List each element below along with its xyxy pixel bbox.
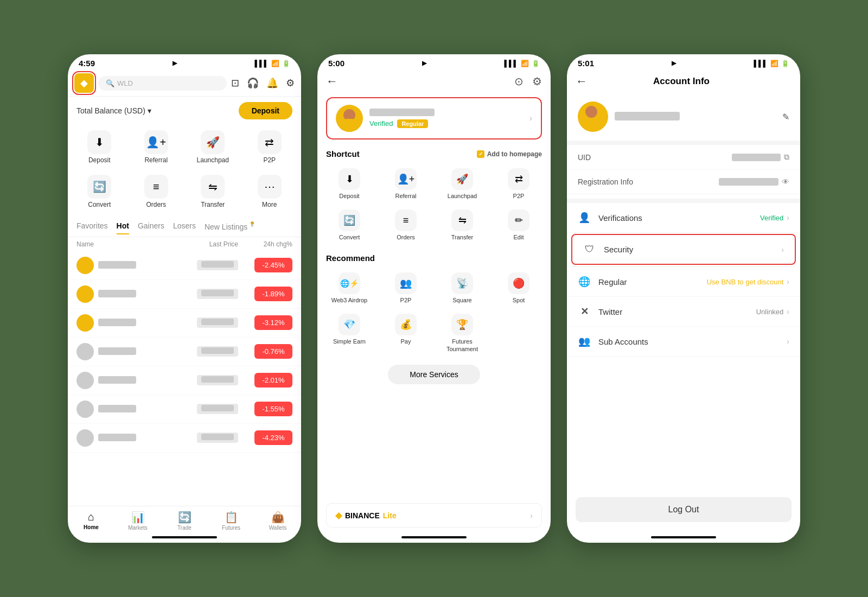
action-more[interactable]: ⋯ More: [242, 170, 297, 213]
shortcut-p2p[interactable]: ⇄ P2P: [491, 164, 546, 204]
action-orders[interactable]: ≡ Orders: [129, 170, 184, 213]
shortcut-deposit[interactable]: ⬇ Deposit: [322, 164, 377, 204]
uid-value: [732, 154, 781, 161]
verifications-value: Verified: [760, 214, 783, 222]
deposit-button[interactable]: Deposit: [239, 102, 292, 119]
status-time-3: 5:01: [578, 59, 594, 68]
avatar-body: [341, 119, 358, 132]
recommend-pay[interactable]: 💰 Pay: [378, 309, 433, 358]
shortcut-launchpad[interactable]: 🚀 Launchpad: [435, 164, 490, 204]
twitter-chevron: ›: [787, 307, 789, 316]
action-convert[interactable]: 🔄 Convert: [72, 170, 127, 213]
bell-icon[interactable]: 🔔: [266, 77, 278, 89]
shortcut-referral[interactable]: 👤+ Referral: [378, 164, 433, 204]
eye-icon[interactable]: 👁: [782, 177, 789, 186]
nav-trade[interactable]: 🔄 Trade: [161, 511, 208, 531]
table-row[interactable]: -4.23%: [68, 424, 301, 453]
action-deposit[interactable]: ⬇ Deposit: [72, 126, 127, 168]
shortcut-convert[interactable]: 🔄 Convert: [322, 205, 377, 245]
trade-icon: 🔄: [178, 511, 192, 524]
tab-new-listings[interactable]: New Listings 2: [205, 218, 254, 234]
search-text: WLD: [117, 79, 133, 87]
recommend-square[interactable]: 📡 Square: [435, 268, 490, 308]
wallets-icon: 👜: [271, 511, 285, 524]
coin-icon: [76, 343, 94, 360]
coin-icon: [76, 401, 94, 418]
futures-tournament-label: Futures Tournament: [437, 338, 488, 353]
action-transfer[interactable]: ⇋ Transfer: [186, 170, 240, 213]
recommend-earn[interactable]: 💎 Simple Earn: [322, 309, 377, 358]
account-edit-icon[interactable]: ✎: [782, 112, 789, 122]
nav-wallets[interactable]: 👜 Wallets: [254, 511, 301, 531]
deposit-label: Deposit: [88, 156, 111, 164]
settings-icon-2[interactable]: ⚙: [532, 75, 542, 88]
shortcut-launchpad-label: Launchpad: [448, 192, 477, 200]
wallets-nav-label: Wallets: [269, 525, 286, 531]
action-referral[interactable]: 👤+ Referral: [129, 126, 184, 168]
profile-card[interactable]: Verified Regular ›: [326, 97, 542, 139]
profile-info: Verified Regular: [369, 109, 523, 128]
home-indicator-1: [152, 536, 217, 538]
avatar3-head: [585, 106, 597, 118]
status-icons-1: ▌▌▌ 📶 🔋: [254, 60, 290, 67]
status-icons-2: ▌▌▌ 📶 🔋: [504, 60, 540, 67]
regular-item[interactable]: 🌐 Regular Use BNB to get discount ›: [567, 267, 800, 297]
search-icon: 🔍: [106, 79, 114, 87]
twitter-item[interactable]: ✕ Twitter Unlinked ›: [567, 297, 800, 327]
more-services-button[interactable]: More Services: [388, 365, 480, 384]
security-item[interactable]: 🛡 Security ›: [571, 234, 796, 265]
table-row[interactable]: -2.01%: [68, 366, 301, 395]
scan-icon[interactable]: ⊡: [231, 77, 239, 89]
action-launchpad[interactable]: 🚀 Launchpad: [186, 126, 240, 168]
table-row[interactable]: -2.45%: [68, 251, 301, 280]
table-row[interactable]: -3.12%: [68, 309, 301, 338]
quick-actions: ⬇ Deposit 👤+ Referral 🚀 Launchpad ⇄ P2P …: [68, 123, 301, 216]
table-row[interactable]: -1.55%: [68, 395, 301, 424]
add-homepage-label: Add to homepage: [487, 150, 542, 158]
logout-button[interactable]: Log Out: [576, 497, 792, 522]
back-button-2[interactable]: ←: [326, 74, 338, 88]
launchpad-icon: 🚀: [201, 130, 225, 154]
table-row[interactable]: -1.89%: [68, 280, 301, 309]
headset-icon-2[interactable]: ⊙: [514, 75, 524, 88]
shortcut-edit[interactable]: ✏ Edit: [491, 205, 546, 245]
binance-lite-chevron: ›: [530, 511, 533, 520]
uid-copy-icon[interactable]: ⧉: [784, 153, 789, 162]
spot-icon: 🔴: [508, 272, 529, 294]
recommend-title: Recommend: [326, 253, 375, 263]
tab-favorites[interactable]: Favorites: [76, 218, 108, 234]
sub-accounts-item[interactable]: 👥 Sub Accounts ›: [567, 327, 800, 357]
binance-logo[interactable]: ◆: [74, 73, 94, 93]
add-homepage[interactable]: ✓ Add to homepage: [477, 150, 542, 158]
nav-home[interactable]: ⌂ Home: [68, 511, 114, 531]
new-listings-badge: 2: [251, 221, 254, 225]
headset-icon[interactable]: 🎧: [247, 77, 259, 89]
home-indicator-3: [651, 536, 716, 538]
shortcut-transfer[interactable]: ⇋ Transfer: [435, 205, 490, 245]
binance-lite-row[interactable]: ◆ BINANCE Lite ›: [326, 503, 542, 528]
tab-gainers[interactable]: Gainers: [138, 218, 164, 234]
wifi-icon-2: 📶: [521, 60, 529, 67]
nav-markets[interactable]: 📊 Markets: [114, 511, 161, 531]
recommend-futures-tournament[interactable]: 🏆 Futures Tournament: [435, 309, 490, 358]
avatar3-body: [584, 119, 602, 132]
tab-losers[interactable]: Losers: [173, 218, 196, 234]
settings-icon[interactable]: ⚙: [286, 77, 295, 89]
wifi-icon-3: 📶: [770, 60, 778, 67]
back-button-3[interactable]: ←: [576, 74, 588, 88]
tab-hot[interactable]: Hot: [117, 218, 129, 234]
lite-text: Lite: [383, 511, 397, 520]
profile-name-blur: [369, 109, 435, 116]
phone2-header: ← ⊙ ⚙: [317, 70, 551, 93]
verifications-item[interactable]: 👤 Verifications Verified ›: [567, 203, 800, 233]
search-bar[interactable]: 🔍 WLD: [98, 76, 227, 91]
nav-futures[interactable]: 📋 Futures: [208, 511, 254, 531]
coin-icon: [76, 314, 94, 332]
phone3-header: ← Account Info: [567, 70, 800, 93]
recommend-web3[interactable]: 🌐⚡ Web3 Airdrop: [322, 268, 377, 308]
action-p2p[interactable]: ⇄ P2P: [242, 126, 297, 168]
recommend-p2p[interactable]: 👥 P2P: [378, 268, 433, 308]
recommend-spot[interactable]: 🔴 Spot: [491, 268, 546, 308]
shortcut-orders[interactable]: ≡ Orders: [378, 205, 433, 245]
table-row[interactable]: -0.76%: [68, 338, 301, 366]
